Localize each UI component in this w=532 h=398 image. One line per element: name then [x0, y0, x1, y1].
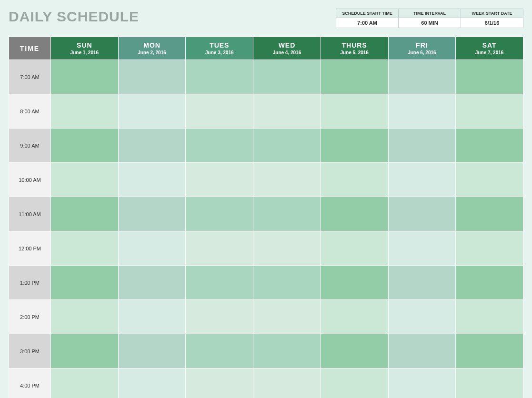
schedule-cell[interactable]: [321, 94, 388, 129]
page-title: DAILY SCHEDULE: [9, 9, 139, 25]
schedule-cell[interactable]: [118, 197, 186, 231]
schedule-cell[interactable]: [118, 129, 186, 163]
schedule-cell[interactable]: [253, 163, 321, 197]
schedule-cell[interactable]: [186, 300, 253, 334]
schedule-row: 1:00 PM: [9, 266, 523, 300]
time-label: 12:00 PM: [9, 231, 51, 266]
schedule-cell[interactable]: [388, 334, 456, 368]
schedule-cell[interactable]: [186, 231, 253, 266]
top-bar: DAILY SCHEDULE SCHEDULE START TIME 7:00 …: [9, 9, 523, 28]
day-name: SAT: [456, 41, 523, 49]
config-value[interactable]: 7:00 AM: [336, 18, 398, 28]
schedule-cell[interactable]: [321, 334, 388, 368]
schedule-cell[interactable]: [51, 334, 119, 368]
schedule-cell[interactable]: [186, 129, 253, 163]
config-value[interactable]: 60 MIN: [399, 18, 461, 28]
schedule-cell[interactable]: [456, 94, 523, 129]
schedule-row: 11:00 AM: [9, 197, 523, 231]
schedule-cell[interactable]: [253, 231, 321, 266]
schedule-cell[interactable]: [186, 60, 253, 94]
day-header: THURSJune 5, 2016: [321, 37, 388, 60]
schedule-cell[interactable]: [253, 60, 321, 94]
time-label: 1:00 PM: [9, 266, 51, 300]
config-week-start: WEEK START DATE 6/1/16: [461, 9, 523, 28]
day-name: THURS: [321, 41, 388, 49]
day-date: June 2, 2016: [119, 50, 186, 55]
schedule-cell[interactable]: [253, 197, 321, 231]
time-label: 2:00 PM: [9, 300, 51, 334]
schedule-cell[interactable]: [51, 231, 119, 266]
schedule-cell[interactable]: [388, 163, 456, 197]
schedule-cell[interactable]: [456, 266, 523, 300]
day-date: June 5, 2016: [321, 50, 388, 55]
schedule-cell[interactable]: [388, 231, 456, 266]
schedule-cell[interactable]: [51, 300, 119, 334]
schedule-cell[interactable]: [456, 300, 523, 334]
schedule-cell[interactable]: [118, 334, 186, 368]
schedule-cell[interactable]: [118, 60, 186, 94]
config-label: WEEK START DATE: [461, 9, 523, 18]
schedule-cell[interactable]: [253, 368, 321, 398]
schedule-cell[interactable]: [51, 94, 119, 129]
schedule-cell[interactable]: [51, 163, 119, 197]
schedule-cell[interactable]: [186, 197, 253, 231]
schedule-cell[interactable]: [388, 129, 456, 163]
schedule-cell[interactable]: [321, 266, 388, 300]
schedule-row: 4:00 PM: [9, 368, 523, 398]
schedule-cell[interactable]: [321, 197, 388, 231]
schedule-cell[interactable]: [321, 368, 388, 398]
schedule-cell[interactable]: [51, 60, 119, 94]
schedule-cell[interactable]: [51, 368, 119, 398]
day-header: TUESJune 3, 2016: [186, 37, 253, 60]
schedule-cell[interactable]: [253, 94, 321, 129]
schedule-cell[interactable]: [186, 334, 253, 368]
day-name: WED: [253, 41, 321, 49]
schedule-cell[interactable]: [321, 231, 388, 266]
schedule-cell[interactable]: [456, 231, 523, 266]
schedule-cell[interactable]: [321, 60, 388, 94]
schedule-cell[interactable]: [456, 334, 523, 368]
schedule-cell[interactable]: [253, 129, 321, 163]
schedule-cell[interactable]: [321, 163, 388, 197]
schedule-cell[interactable]: [51, 197, 119, 231]
schedule-cell[interactable]: [118, 231, 186, 266]
config-value[interactable]: 6/1/16: [461, 18, 523, 28]
time-label: 10:00 AM: [9, 163, 51, 197]
schedule-cell[interactable]: [186, 368, 253, 398]
schedule-cell[interactable]: [388, 300, 456, 334]
day-header: SATJune 7, 2016: [456, 37, 523, 60]
schedule-cell[interactable]: [388, 368, 456, 398]
schedule-cell[interactable]: [186, 266, 253, 300]
day-date: June 4, 2016: [253, 50, 321, 55]
time-header: TIME: [9, 37, 51, 60]
schedule-cell[interactable]: [456, 60, 523, 94]
schedule-cell[interactable]: [456, 163, 523, 197]
schedule-cell[interactable]: [253, 300, 321, 334]
schedule-cell[interactable]: [456, 368, 523, 398]
schedule-cell[interactable]: [388, 197, 456, 231]
schedule-cell[interactable]: [51, 266, 119, 300]
schedule-row: 7:00 AM: [9, 60, 523, 94]
day-header: WEDJune 4, 2016: [253, 37, 321, 60]
schedule-cell[interactable]: [186, 94, 253, 129]
schedule-cell[interactable]: [388, 60, 456, 94]
schedule-cell[interactable]: [118, 94, 186, 129]
schedule-cell[interactable]: [118, 300, 186, 334]
config-label: TIME INTERVAL: [399, 9, 461, 18]
schedule-cell[interactable]: [456, 197, 523, 231]
schedule-cell[interactable]: [321, 300, 388, 334]
time-label: 4:00 PM: [9, 368, 51, 398]
config-start-time: SCHEDULE START TIME 7:00 AM: [336, 9, 399, 28]
schedule-cell[interactable]: [118, 266, 186, 300]
schedule-cell[interactable]: [118, 163, 186, 197]
schedule-cell[interactable]: [253, 334, 321, 368]
schedule-cell[interactable]: [253, 266, 321, 300]
schedule-cell[interactable]: [118, 368, 186, 398]
day-header: FRIJune 6, 2016: [388, 37, 456, 60]
schedule-cell[interactable]: [388, 94, 456, 129]
schedule-cell[interactable]: [51, 129, 119, 163]
schedule-cell[interactable]: [456, 129, 523, 163]
schedule-cell[interactable]: [388, 266, 456, 300]
schedule-cell[interactable]: [321, 129, 388, 163]
schedule-cell[interactable]: [186, 163, 253, 197]
